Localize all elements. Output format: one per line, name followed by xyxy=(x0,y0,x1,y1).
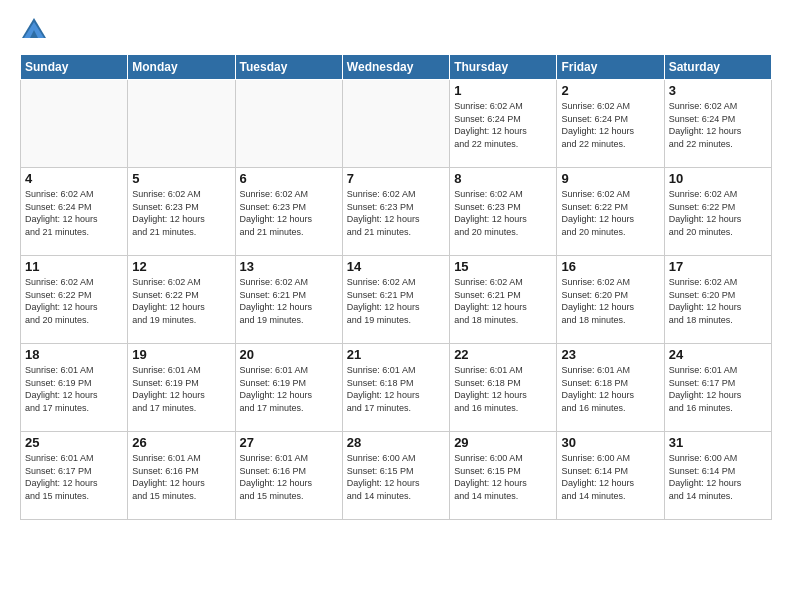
day-info: Sunrise: 6:02 AM Sunset: 6:24 PM Dayligh… xyxy=(25,188,123,238)
day-info: Sunrise: 6:01 AM Sunset: 6:16 PM Dayligh… xyxy=(132,452,230,502)
day-info: Sunrise: 6:02 AM Sunset: 6:23 PM Dayligh… xyxy=(132,188,230,238)
weekday-header: Sunday xyxy=(21,55,128,80)
calendar-cell: 29Sunrise: 6:00 AM Sunset: 6:15 PM Dayli… xyxy=(450,432,557,520)
day-info: Sunrise: 6:02 AM Sunset: 6:21 PM Dayligh… xyxy=(347,276,445,326)
day-info: Sunrise: 6:02 AM Sunset: 6:22 PM Dayligh… xyxy=(132,276,230,326)
day-number: 4 xyxy=(25,171,123,186)
day-number: 10 xyxy=(669,171,767,186)
calendar: SundayMondayTuesdayWednesdayThursdayFrid… xyxy=(20,54,772,520)
calendar-cell xyxy=(128,80,235,168)
day-number: 29 xyxy=(454,435,552,450)
day-number: 17 xyxy=(669,259,767,274)
weekday-header: Thursday xyxy=(450,55,557,80)
day-info: Sunrise: 6:02 AM Sunset: 6:23 PM Dayligh… xyxy=(347,188,445,238)
header xyxy=(20,16,772,44)
day-info: Sunrise: 6:02 AM Sunset: 6:22 PM Dayligh… xyxy=(669,188,767,238)
logo-icon xyxy=(20,16,48,44)
calendar-cell: 31Sunrise: 6:00 AM Sunset: 6:14 PM Dayli… xyxy=(664,432,771,520)
day-info: Sunrise: 6:02 AM Sunset: 6:20 PM Dayligh… xyxy=(669,276,767,326)
day-number: 9 xyxy=(561,171,659,186)
day-number: 22 xyxy=(454,347,552,362)
day-number: 7 xyxy=(347,171,445,186)
calendar-cell: 8Sunrise: 6:02 AM Sunset: 6:23 PM Daylig… xyxy=(450,168,557,256)
calendar-cell xyxy=(21,80,128,168)
day-info: Sunrise: 6:02 AM Sunset: 6:21 PM Dayligh… xyxy=(240,276,338,326)
calendar-cell xyxy=(342,80,449,168)
day-info: Sunrise: 6:01 AM Sunset: 6:18 PM Dayligh… xyxy=(561,364,659,414)
calendar-cell: 15Sunrise: 6:02 AM Sunset: 6:21 PM Dayli… xyxy=(450,256,557,344)
day-number: 31 xyxy=(669,435,767,450)
calendar-cell: 13Sunrise: 6:02 AM Sunset: 6:21 PM Dayli… xyxy=(235,256,342,344)
calendar-cell: 9Sunrise: 6:02 AM Sunset: 6:22 PM Daylig… xyxy=(557,168,664,256)
day-info: Sunrise: 6:02 AM Sunset: 6:22 PM Dayligh… xyxy=(561,188,659,238)
weekday-header: Friday xyxy=(557,55,664,80)
calendar-cell: 4Sunrise: 6:02 AM Sunset: 6:24 PM Daylig… xyxy=(21,168,128,256)
day-number: 3 xyxy=(669,83,767,98)
day-info: Sunrise: 6:01 AM Sunset: 6:16 PM Dayligh… xyxy=(240,452,338,502)
weekday-header: Monday xyxy=(128,55,235,80)
calendar-week-row: 4Sunrise: 6:02 AM Sunset: 6:24 PM Daylig… xyxy=(21,168,772,256)
weekday-header: Tuesday xyxy=(235,55,342,80)
calendar-cell: 1Sunrise: 6:02 AM Sunset: 6:24 PM Daylig… xyxy=(450,80,557,168)
day-number: 19 xyxy=(132,347,230,362)
day-number: 8 xyxy=(454,171,552,186)
day-number: 30 xyxy=(561,435,659,450)
day-info: Sunrise: 6:00 AM Sunset: 6:15 PM Dayligh… xyxy=(347,452,445,502)
day-number: 13 xyxy=(240,259,338,274)
day-number: 25 xyxy=(25,435,123,450)
day-info: Sunrise: 6:02 AM Sunset: 6:20 PM Dayligh… xyxy=(561,276,659,326)
calendar-cell: 22Sunrise: 6:01 AM Sunset: 6:18 PM Dayli… xyxy=(450,344,557,432)
day-number: 2 xyxy=(561,83,659,98)
calendar-cell: 23Sunrise: 6:01 AM Sunset: 6:18 PM Dayli… xyxy=(557,344,664,432)
calendar-cell xyxy=(235,80,342,168)
day-info: Sunrise: 6:01 AM Sunset: 6:18 PM Dayligh… xyxy=(347,364,445,414)
day-info: Sunrise: 6:02 AM Sunset: 6:23 PM Dayligh… xyxy=(454,188,552,238)
day-number: 26 xyxy=(132,435,230,450)
calendar-cell: 2Sunrise: 6:02 AM Sunset: 6:24 PM Daylig… xyxy=(557,80,664,168)
calendar-cell: 20Sunrise: 6:01 AM Sunset: 6:19 PM Dayli… xyxy=(235,344,342,432)
day-number: 24 xyxy=(669,347,767,362)
calendar-cell: 14Sunrise: 6:02 AM Sunset: 6:21 PM Dayli… xyxy=(342,256,449,344)
calendar-cell: 10Sunrise: 6:02 AM Sunset: 6:22 PM Dayli… xyxy=(664,168,771,256)
calendar-cell: 17Sunrise: 6:02 AM Sunset: 6:20 PM Dayli… xyxy=(664,256,771,344)
calendar-cell: 6Sunrise: 6:02 AM Sunset: 6:23 PM Daylig… xyxy=(235,168,342,256)
day-info: Sunrise: 6:02 AM Sunset: 6:24 PM Dayligh… xyxy=(454,100,552,150)
calendar-cell: 24Sunrise: 6:01 AM Sunset: 6:17 PM Dayli… xyxy=(664,344,771,432)
day-number: 11 xyxy=(25,259,123,274)
weekday-header: Wednesday xyxy=(342,55,449,80)
day-info: Sunrise: 6:01 AM Sunset: 6:17 PM Dayligh… xyxy=(25,452,123,502)
calendar-week-row: 11Sunrise: 6:02 AM Sunset: 6:22 PM Dayli… xyxy=(21,256,772,344)
day-info: Sunrise: 6:01 AM Sunset: 6:19 PM Dayligh… xyxy=(132,364,230,414)
day-info: Sunrise: 6:00 AM Sunset: 6:14 PM Dayligh… xyxy=(561,452,659,502)
day-info: Sunrise: 6:01 AM Sunset: 6:18 PM Dayligh… xyxy=(454,364,552,414)
calendar-cell: 7Sunrise: 6:02 AM Sunset: 6:23 PM Daylig… xyxy=(342,168,449,256)
page: SundayMondayTuesdayWednesdayThursdayFrid… xyxy=(0,0,792,612)
day-number: 14 xyxy=(347,259,445,274)
day-number: 20 xyxy=(240,347,338,362)
day-number: 6 xyxy=(240,171,338,186)
day-info: Sunrise: 6:00 AM Sunset: 6:15 PM Dayligh… xyxy=(454,452,552,502)
day-info: Sunrise: 6:02 AM Sunset: 6:24 PM Dayligh… xyxy=(669,100,767,150)
calendar-cell: 12Sunrise: 6:02 AM Sunset: 6:22 PM Dayli… xyxy=(128,256,235,344)
day-number: 28 xyxy=(347,435,445,450)
day-number: 16 xyxy=(561,259,659,274)
calendar-cell: 25Sunrise: 6:01 AM Sunset: 6:17 PM Dayli… xyxy=(21,432,128,520)
day-info: Sunrise: 6:01 AM Sunset: 6:17 PM Dayligh… xyxy=(669,364,767,414)
day-info: Sunrise: 6:02 AM Sunset: 6:21 PM Dayligh… xyxy=(454,276,552,326)
calendar-cell: 28Sunrise: 6:00 AM Sunset: 6:15 PM Dayli… xyxy=(342,432,449,520)
day-info: Sunrise: 6:02 AM Sunset: 6:22 PM Dayligh… xyxy=(25,276,123,326)
calendar-cell: 16Sunrise: 6:02 AM Sunset: 6:20 PM Dayli… xyxy=(557,256,664,344)
calendar-cell: 19Sunrise: 6:01 AM Sunset: 6:19 PM Dayli… xyxy=(128,344,235,432)
day-number: 15 xyxy=(454,259,552,274)
day-info: Sunrise: 6:01 AM Sunset: 6:19 PM Dayligh… xyxy=(240,364,338,414)
day-number: 23 xyxy=(561,347,659,362)
calendar-cell: 3Sunrise: 6:02 AM Sunset: 6:24 PM Daylig… xyxy=(664,80,771,168)
day-info: Sunrise: 6:02 AM Sunset: 6:23 PM Dayligh… xyxy=(240,188,338,238)
calendar-week-row: 18Sunrise: 6:01 AM Sunset: 6:19 PM Dayli… xyxy=(21,344,772,432)
calendar-cell: 5Sunrise: 6:02 AM Sunset: 6:23 PM Daylig… xyxy=(128,168,235,256)
day-number: 21 xyxy=(347,347,445,362)
day-number: 1 xyxy=(454,83,552,98)
calendar-week-row: 25Sunrise: 6:01 AM Sunset: 6:17 PM Dayli… xyxy=(21,432,772,520)
calendar-cell: 11Sunrise: 6:02 AM Sunset: 6:22 PM Dayli… xyxy=(21,256,128,344)
weekday-header: Saturday xyxy=(664,55,771,80)
